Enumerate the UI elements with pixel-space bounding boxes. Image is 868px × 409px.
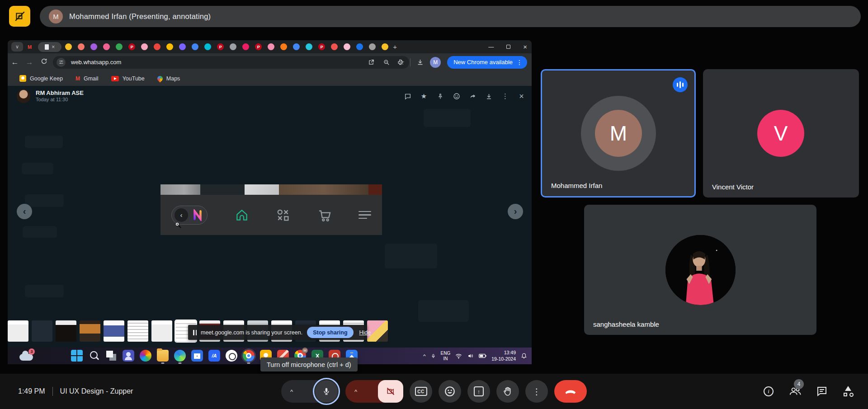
taskbar-icon-win[interactable] <box>71 350 83 362</box>
taskbar-icon-wa[interactable] <box>226 350 237 362</box>
taskbar-icon-edge[interactable] <box>174 350 186 362</box>
taskbar-icon-task[interactable] <box>105 350 117 362</box>
tab-favicon[interactable] <box>293 43 300 50</box>
open-in-new-icon[interactable] <box>368 59 374 66</box>
image-thumbnail[interactable] <box>32 320 52 342</box>
reactions-button[interactable] <box>439 380 461 403</box>
contact-avatar[interactable] <box>17 89 30 103</box>
message-icon[interactable] <box>404 93 411 100</box>
image-thumbnail[interactable] <box>151 320 172 342</box>
tab-favicon[interactable] <box>103 43 110 50</box>
end-call-button[interactable] <box>554 380 587 403</box>
previous-image-button[interactable]: ‹ <box>17 204 32 219</box>
language-indicator[interactable]: ENGIN <box>441 351 451 362</box>
next-image-button[interactable]: › <box>508 204 523 219</box>
back-icon[interactable]: ← <box>8 58 22 67</box>
pause-icon[interactable] <box>193 330 197 335</box>
tile-mohammed[interactable]: M Mohammed Irfan <box>541 69 696 197</box>
tab-favicon[interactable] <box>166 43 173 50</box>
tile-vincent[interactable]: V Vincent Victor <box>703 69 859 197</box>
tab-favicon[interactable] <box>356 43 363 50</box>
notification-bell-icon[interactable] <box>521 353 527 359</box>
star-icon[interactable]: ★ <box>420 93 428 100</box>
image-thumbnail[interactable] <box>104 320 124 342</box>
shared-image[interactable]: ‹ <box>160 184 382 235</box>
raise-hand-button[interactable] <box>496 380 519 403</box>
tab-favicon[interactable] <box>116 43 123 50</box>
tab-favicon[interactable] <box>344 43 350 50</box>
present-button[interactable]: ↑ <box>467 380 490 403</box>
taskbar-icon-search[interactable] <box>88 350 100 362</box>
participants-button[interactable]: 4 <box>789 385 801 397</box>
taskbar-clock[interactable]: 13:4919-10-2024 <box>491 350 516 362</box>
tab-favicon[interactable] <box>179 43 186 50</box>
mic-button[interactable] <box>315 380 338 403</box>
annotation-app-icon[interactable] <box>9 6 30 27</box>
maximize-button[interactable] <box>506 45 510 49</box>
more-options-button[interactable]: ⋮ <box>525 380 548 403</box>
reload-icon[interactable] <box>37 58 51 67</box>
pin-icon[interactable] <box>436 93 444 100</box>
chrome-update-button[interactable]: New Chrome available ⋮ <box>447 56 527 69</box>
bookmark-maps[interactable]: Maps <box>157 75 180 82</box>
taskbar-icon-store[interactable] <box>191 350 203 362</box>
tab-favicon[interactable]: P <box>217 43 224 50</box>
new-tab-button[interactable]: + <box>393 43 397 51</box>
meeting-details-button[interactable]: i <box>763 385 774 397</box>
taskbar-icon-ai[interactable] <box>208 350 220 362</box>
close-viewer-icon[interactable]: × <box>518 93 525 100</box>
tab-favicon[interactable] <box>280 43 287 50</box>
wifi-icon[interactable] <box>455 353 462 359</box>
image-thumbnail[interactable] <box>56 320 76 342</box>
battery-icon[interactable] <box>479 353 486 358</box>
taskbar-icon-teams[interactable] <box>123 350 134 362</box>
captions-button[interactable]: CC <box>410 380 432 403</box>
stop-sharing-button[interactable]: Stop sharing <box>307 327 353 338</box>
image-thumbnail[interactable] <box>8 320 28 342</box>
taskbar-icon-chrome[interactable] <box>243 350 255 362</box>
tab-favicon[interactable] <box>230 43 236 50</box>
address-bar[interactable]: web.whatsapp.com ☆ <box>53 56 409 69</box>
tab-favicon[interactable] <box>141 43 148 50</box>
tab-favicon[interactable]: P <box>128 43 135 50</box>
tab-favicon[interactable] <box>204 43 211 50</box>
hide-link[interactable]: Hide <box>359 329 371 336</box>
image-thumbnail[interactable] <box>80 320 100 342</box>
taskbar-icon-office[interactable] <box>140 350 151 362</box>
chat-button[interactable] <box>816 385 828 397</box>
tab-search-chevron[interactable]: ∨ <box>11 42 23 52</box>
profile-avatar[interactable]: M <box>430 57 441 68</box>
tab-favicon[interactable] <box>65 43 72 50</box>
tab-favicon[interactable] <box>268 43 274 50</box>
downloads-icon[interactable] <box>417 59 424 66</box>
browser-menu-icon[interactable]: ⋮ <box>516 59 523 66</box>
camera-button[interactable] <box>378 380 403 403</box>
extensions-icon[interactable] <box>397 59 404 66</box>
tray-mic-icon[interactable] <box>431 353 436 359</box>
minimize-button[interactable]: — <box>488 44 494 50</box>
tab-favicon[interactable] <box>382 43 388 50</box>
forward-icon[interactable]: → <box>22 58 37 67</box>
mic-options-chevron[interactable]: ^ <box>281 388 302 395</box>
widgets-button[interactable]: 3 <box>19 350 35 362</box>
tab-favicon[interactable] <box>192 43 198 50</box>
tile-sanghasheela[interactable]: sanghasheela kamble <box>584 205 816 335</box>
image-thumbnail[interactable] <box>127 320 148 342</box>
site-settings-icon[interactable] <box>57 58 66 67</box>
more-options-icon[interactable]: ⋮ <box>501 93 509 100</box>
gmail-tab-favicon[interactable]: M <box>28 44 32 50</box>
bookmark-youtube[interactable]: YouTube <box>111 75 145 82</box>
tab-close-icon[interactable]: × <box>52 44 55 50</box>
tab-favicon[interactable] <box>331 43 338 50</box>
tab-favicon[interactable] <box>154 43 160 50</box>
tab-favicon[interactable] <box>78 43 85 50</box>
bookmark-google-keep[interactable]: Google Keep <box>19 75 63 82</box>
activities-button[interactable] <box>843 385 854 397</box>
tab-favicon[interactable] <box>369 43 376 50</box>
download-icon[interactable] <box>485 93 493 100</box>
volume-icon[interactable] <box>467 353 474 359</box>
forward-icon[interactable] <box>469 93 476 100</box>
emoji-icon[interactable] <box>453 93 460 100</box>
close-button[interactable]: × <box>523 43 527 51</box>
tab-favicon[interactable] <box>306 43 312 50</box>
